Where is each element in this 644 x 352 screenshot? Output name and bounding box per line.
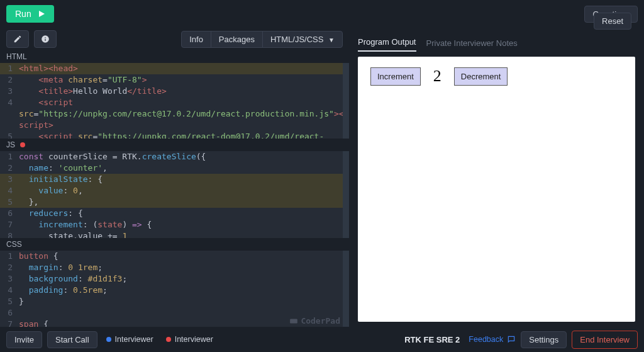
coderpad-brand: CoderPad <box>289 316 340 326</box>
info-button-icon[interactable] <box>34 30 57 48</box>
info-icon <box>41 35 50 43</box>
program-output: Increment 2 Decrement <box>358 57 635 322</box>
css-editor[interactable]: 1button { 2 margin: 0 1rem; 3 background… <box>0 251 349 327</box>
info-tab[interactable]: Info <box>181 31 211 48</box>
language-mode-label: HTML/JS/CSS <box>270 35 324 44</box>
reset-button[interactable]: Reset <box>594 13 631 30</box>
scrollbar[interactable] <box>343 63 349 139</box>
counter-value: 2 <box>427 67 448 86</box>
participant-interviewer-1[interactable]: Interviewer <box>103 335 157 344</box>
packages-tab[interactable]: Packages <box>211 31 263 48</box>
presence-dot-icon <box>166 337 171 342</box>
settings-button[interactable]: Settings <box>521 331 567 348</box>
chevron-down-icon: ▼ <box>328 37 335 43</box>
presence-dot-icon <box>106 337 111 342</box>
pencil-icon <box>13 35 22 43</box>
participant-interviewer-2[interactable]: Interviewer <box>162 335 217 344</box>
scrollbar[interactable] <box>343 151 349 238</box>
unsaved-dot-icon <box>20 142 25 147</box>
language-mode-tab[interactable]: HTML/JS/CSS ▼ <box>262 31 343 48</box>
editor-header-css: CSS <box>6 240 22 249</box>
js-editor[interactable]: 1const counterSlice = RTK.createSlice({ … <box>0 151 349 238</box>
svg-rect-0 <box>291 319 298 323</box>
session-title: RTK FE SRE 2 <box>404 335 460 344</box>
scrollbar[interactable] <box>343 251 349 327</box>
chat-icon <box>507 335 516 344</box>
start-call-button[interactable]: Start Call <box>47 331 97 348</box>
tab-interviewer-notes[interactable]: Private Interviewer Notes <box>426 38 518 52</box>
run-label: Run <box>15 9 31 19</box>
editor-mode-tabs: Info Packages HTML/JS/CSS ▼ <box>181 31 343 48</box>
decrement-button[interactable]: Decrement <box>454 67 508 86</box>
play-icon <box>38 10 45 18</box>
editor-header-html: HTML <box>6 52 27 61</box>
output-tabs: Program Output Private Interviewer Notes <box>358 33 594 52</box>
increment-button[interactable]: Increment <box>370 67 421 86</box>
feedback-link[interactable]: Feedback <box>469 335 516 344</box>
html-editor[interactable]: 1<html><head> 2 <meta charset="UTF-8"> 3… <box>0 63 349 139</box>
keyboard-icon <box>289 317 298 326</box>
tab-program-output[interactable]: Program Output <box>358 37 416 52</box>
editor-header-js: JS <box>6 140 15 149</box>
draw-button[interactable] <box>6 30 29 48</box>
run-button[interactable]: Run <box>6 5 54 23</box>
end-interview-button[interactable]: End Interview <box>572 331 638 349</box>
invite-button[interactable]: Invite <box>6 331 42 348</box>
